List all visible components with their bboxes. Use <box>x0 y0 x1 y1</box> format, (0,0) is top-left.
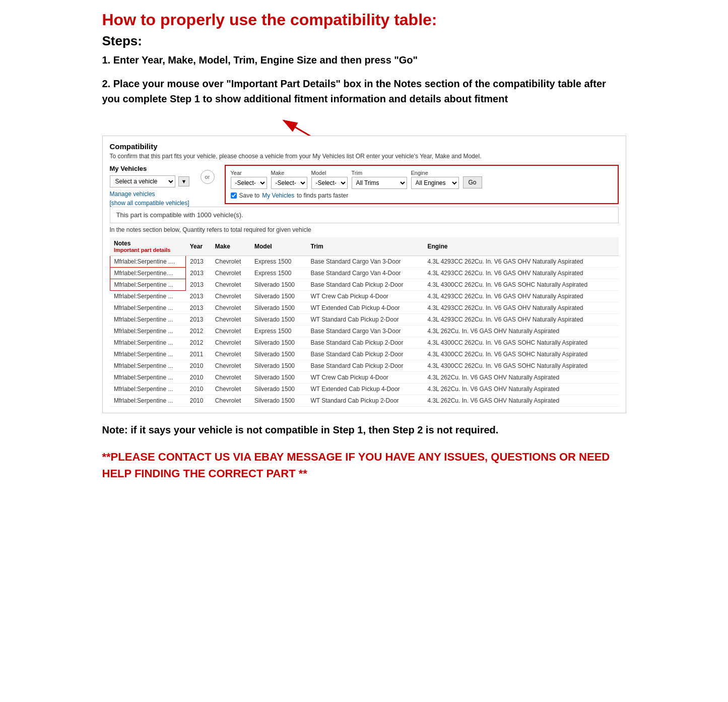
trim-cell: Base Standard Cab Pickup 2-Door <box>306 360 423 372</box>
notes-cell: Mfrlabel:Serpentine ... <box>110 337 186 349</box>
engine-label: Engine <box>411 170 459 176</box>
trim-cell: Base Standard Cargo Van 3-Door <box>306 326 423 337</box>
trim-cell: WT Standard Cab Pickup 2-Door <box>306 314 423 326</box>
trim-cell: WT Crew Cab Pickup 4-Door <box>306 291 423 302</box>
year-cell: 2010 <box>186 372 211 384</box>
engine-cell: 4.3L 4293CC 262Cu. In. V6 GAS OHV Natura… <box>423 291 618 302</box>
model-col-header: Model <box>250 237 306 256</box>
notes-cell: Mfrlabel:Serpentine.... <box>110 268 186 279</box>
engine-cell: 4.3L 262Cu. In. V6 GAS OHV Naturally Asp… <box>423 372 618 384</box>
engine-cell: 4.3L 4293CC 262Cu. In. V6 GAS OHV Natura… <box>423 256 618 268</box>
trim-cell: Base Standard Cab Pickup 2-Door <box>306 337 423 349</box>
compatibility-subtitle: To confirm that this part fits your vehi… <box>110 153 619 160</box>
compatibility-title: Compatibility <box>110 142 619 151</box>
notes-cell: Mfrlabel:Serpentine ... <box>110 326 186 337</box>
show-all-link[interactable]: [show all compatible vehicles] <box>110 200 190 207</box>
ymm-row: Year -Select- Make -Select- Model -Selec… <box>231 170 613 189</box>
make-cell: Chevrolet <box>211 326 250 337</box>
trim-cell: WT Crew Cab Pickup 4-Door <box>306 372 423 384</box>
table-row: Mfrlabel:Serpentine ...2010ChevroletSilv… <box>110 360 619 372</box>
make-cell: Chevrolet <box>211 395 250 407</box>
trim-col-header: Trim <box>306 237 423 256</box>
table-row: Mfrlabel:Serpentine....2013ChevroletExpr… <box>110 268 619 279</box>
year-cell: 2013 <box>186 256 211 268</box>
model-cell: Silverado 1500 <box>250 291 306 302</box>
main-title: How to properly use the compatibility ta… <box>102 10 626 29</box>
year-cell: 2010 <box>186 384 211 395</box>
year-cell: 2013 <box>186 268 211 279</box>
notes-cell: Mfrlabel:Serpentine ... <box>110 349 186 360</box>
trim-cell: WT Extended Cab Pickup 4-Door <box>306 302 423 314</box>
steps-heading: Steps: <box>102 33 626 49</box>
make-label: Make <box>271 170 307 176</box>
table-row: Mfrlabel:Serpentine ...2012ChevroletSilv… <box>110 337 619 349</box>
year-cell: 2013 <box>186 302 211 314</box>
notes-cell: Mfrlabel:Serpentine ... <box>110 372 186 384</box>
vehicle-select-row: Select a vehicle ▼ <box>110 175 190 187</box>
notes-cell: Mfrlabel:Serpentine ... <box>110 384 186 395</box>
trim-cell: Base Standard Cargo Van 4-Door <box>306 268 423 279</box>
engine-cell: 4.3L 4293CC 262Cu. In. V6 GAS OHV Natura… <box>423 268 618 279</box>
engine-field: Engine All Engines <box>411 170 459 189</box>
engine-select[interactable]: All Engines <box>411 177 459 189</box>
compatibility-box: Compatibility To confirm that this part … <box>102 136 626 413</box>
model-cell: Silverado 1500 <box>250 314 306 326</box>
save-row: Save to My Vehicles to finds parts faste… <box>231 192 613 199</box>
table-row: Mfrlabel:Serpentine ...2010ChevroletSilv… <box>110 372 619 384</box>
save-suffix: to finds parts faster <box>297 192 348 199</box>
make-cell: Chevrolet <box>211 360 250 372</box>
manage-vehicles-link[interactable]: Manage vehicles <box>110 190 190 198</box>
year-field: Year -Select- <box>231 170 267 189</box>
contact-text: **PLEASE CONTACT US VIA EBAY MESSAGE IF … <box>102 449 626 482</box>
step2-text: 2. Place your mouse over "Important Part… <box>102 76 626 106</box>
save-my-vehicles-link[interactable]: My Vehicles <box>262 192 294 199</box>
make-cell: Chevrolet <box>211 302 250 314</box>
make-select[interactable]: -Select- <box>271 177 307 189</box>
year-cell: 2011 <box>186 349 211 360</box>
compatibility-table: Notes Important part details Year Make M… <box>110 237 619 407</box>
year-cell: 2010 <box>186 360 211 372</box>
trim-cell: WT Standard Cab Pickup 2-Door <box>306 395 423 407</box>
model-cell: Express 1500 <box>250 326 306 337</box>
year-col-header: Year <box>186 237 211 256</box>
model-select[interactable]: -Select- <box>311 177 348 189</box>
save-checkbox[interactable] <box>231 193 237 199</box>
model-cell: Silverado 1500 <box>250 302 306 314</box>
vehicle-select-dropdown[interactable]: Select a vehicle <box>110 175 175 187</box>
year-select[interactable]: -Select- <box>231 177 267 189</box>
year-label: Year <box>231 170 267 176</box>
trim-select[interactable]: All Trims <box>352 177 407 189</box>
model-cell: Express 1500 <box>250 268 306 279</box>
my-vehicles-label: My Vehicles <box>110 165 190 172</box>
make-col-header: Make <box>211 237 250 256</box>
table-header: Notes Important part details Year Make M… <box>110 237 619 256</box>
engine-cell: 4.3L 4293CC 262Cu. In. V6 GAS OHV Natura… <box>423 314 618 326</box>
table-row: Mfrlabel:Serpentine ...2010ChevroletSilv… <box>110 395 619 407</box>
or-divider: or <box>201 170 215 184</box>
engine-cell: 4.3L 262Cu. In. V6 GAS OHV Naturally Asp… <box>423 384 618 395</box>
year-make-section: Year -Select- Make -Select- Model -Selec… <box>225 165 619 204</box>
model-cell: Silverado 1500 <box>250 372 306 384</box>
engine-cell: 4.3L 4300CC 262Cu. In. V6 GAS SOHC Natur… <box>423 337 618 349</box>
notes-col-header: Notes Important part details <box>110 237 186 256</box>
notes-cell: Mfrlabel:Serpentine ... <box>110 291 186 302</box>
make-cell: Chevrolet <box>211 337 250 349</box>
notes-cell: Mfrlabel:Serpentine ... <box>110 314 186 326</box>
go-button[interactable]: Go <box>463 176 482 188</box>
notes-cell: Mfrlabel:Serpentine ... <box>110 360 186 372</box>
model-cell: Silverado 1500 <box>250 349 306 360</box>
model-cell: Express 1500 <box>250 256 306 268</box>
engine-cell: 4.3L 4293CC 262Cu. In. V6 GAS OHV Natura… <box>423 302 618 314</box>
model-cell: Silverado 1500 <box>250 360 306 372</box>
table-body: Mfrlabel:Serpentine ....2013ChevroletExp… <box>110 256 619 407</box>
year-cell: 2013 <box>186 279 211 291</box>
make-cell: Chevrolet <box>211 291 250 302</box>
model-cell: Silverado 1500 <box>250 337 306 349</box>
engine-cell: 4.3L 262Cu. In. V6 GAS OHV Naturally Asp… <box>423 326 618 337</box>
year-cell: 2013 <box>186 314 211 326</box>
table-row: Mfrlabel:Serpentine ...2012ChevroletExpr… <box>110 326 619 337</box>
dropdown-arrow-icon[interactable]: ▼ <box>178 176 190 186</box>
make-cell: Chevrolet <box>211 256 250 268</box>
model-cell: Silverado 1500 <box>250 395 306 407</box>
year-cell: 2012 <box>186 337 211 349</box>
